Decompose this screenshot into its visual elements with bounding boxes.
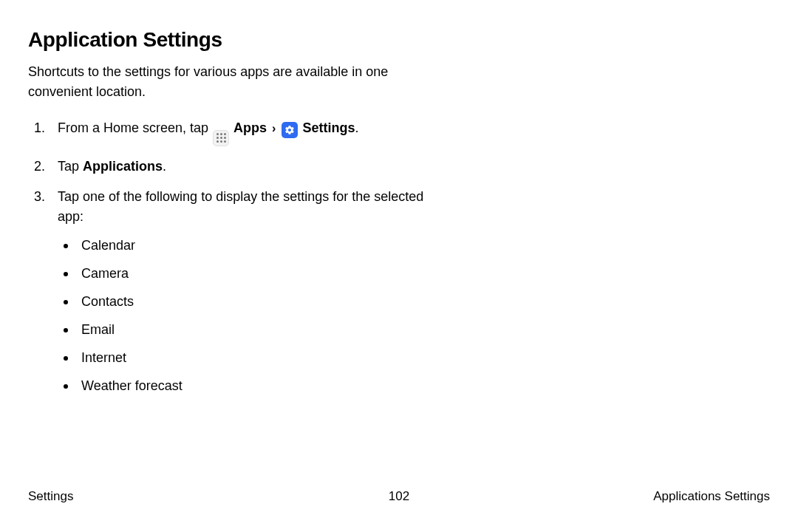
chevron-right-icon: › — [272, 122, 276, 134]
step-2-suffix: . — [163, 159, 166, 174]
step-2-bold: Applications — [83, 159, 163, 174]
steps-list: From a Home screen, tap Apps › Settings.… — [28, 118, 442, 392]
step-2: Tap Applications. — [28, 157, 442, 177]
footer-left: Settings — [28, 489, 73, 504]
list-item: Contacts — [58, 295, 442, 308]
footer-page-number: 102 — [389, 489, 409, 504]
apps-grid-icon — [216, 133, 226, 143]
list-item: Internet — [58, 351, 442, 364]
settings-label: Settings — [302, 120, 355, 135]
footer-right: Applications Settings — [653, 489, 770, 504]
step-1-prefix: From a Home screen, tap — [58, 120, 212, 135]
app-bullet-list: Calendar Camera Contacts Email Internet … — [58, 239, 442, 392]
list-item: Email — [58, 323, 442, 336]
step-1: From a Home screen, tap Apps › Settings. — [28, 118, 442, 146]
step-1-suffix: . — [355, 120, 358, 135]
apps-icon — [213, 130, 229, 146]
page-footer: Settings 102 Applications Settings — [28, 489, 770, 504]
settings-icon — [282, 122, 298, 138]
page-subtitle: Shortcuts to the settings for various ap… — [28, 62, 412, 102]
list-item: Weather forecast — [58, 379, 442, 392]
apps-label: Apps — [233, 120, 267, 135]
gear-icon — [284, 125, 295, 135]
list-item: Calendar — [58, 239, 442, 252]
list-item: Camera — [58, 267, 442, 280]
step-2-prefix: Tap — [58, 159, 83, 174]
step-3: Tap one of the following to display the … — [28, 187, 442, 392]
page-title: Application Settings — [28, 28, 770, 52]
step-3-text: Tap one of the following to display the … — [58, 189, 423, 224]
